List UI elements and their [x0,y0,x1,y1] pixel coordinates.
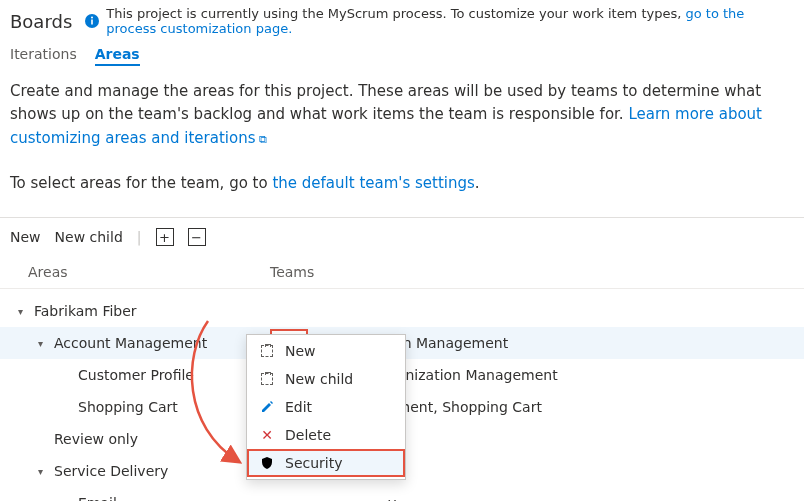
new-child-button[interactable]: New child [55,229,123,245]
tabs: Iterations Areas [0,40,804,76]
chevron-down-icon[interactable]: ▾ [38,338,50,349]
info-icon [84,13,100,29]
menu-item-security[interactable]: Security [247,449,405,477]
external-link-icon: ⧉ [255,133,267,146]
menu-label: Edit [285,399,312,415]
svg-rect-1 [91,20,93,25]
area-label: Customer Profile [78,367,194,383]
tree-row[interactable]: Email y [0,487,804,501]
menu-label: New child [285,371,353,387]
tree-row[interactable]: ▾ Fabrikam Fiber [0,295,804,327]
page-title: Boards [10,11,72,32]
chevron-spacer [38,434,50,445]
teams-cell-text: y [388,495,396,501]
teams-cell-text: ement, Shopping Cart [388,399,542,415]
shield-icon [259,455,275,471]
chevron-spacer [62,370,74,381]
expand-all-button[interactable]: + [156,228,174,246]
collapse-all-button[interactable]: − [188,228,206,246]
area-label: Fabrikam Fiber [34,303,137,319]
menu-label: Delete [285,427,331,443]
toolbar: New New child | + − [10,218,794,256]
svg-point-2 [91,17,93,19]
menu-label: New [285,343,316,359]
menu-item-new-child[interactable]: New child [247,365,405,393]
menu-item-new[interactable]: New [247,337,405,365]
new-button[interactable]: New [10,229,41,245]
menu-item-edit[interactable]: Edit [247,393,405,421]
column-teams: Teams [270,264,794,280]
toolbar-separator: | [137,229,142,245]
period: . [475,174,480,192]
pencil-icon [259,399,275,415]
info-text: This project is currently using the MySc… [106,6,685,21]
teams-cell-text: ganization Management [388,367,558,383]
grid-header: Areas Teams [0,256,804,289]
tab-areas[interactable]: Areas [95,46,140,66]
menu-label: Security [285,455,343,471]
tab-iterations[interactable]: Iterations [10,46,77,66]
area-label: Service Delivery [54,463,168,479]
new-child-icon [259,371,275,387]
area-label: Shopping Cart [78,399,178,415]
chevron-down-icon[interactable]: ▾ [18,306,30,317]
x-icon: ✕ [259,427,275,443]
chevron-spacer [62,402,74,413]
info-bar: This project is currently using the MySc… [84,6,794,36]
team-settings-link[interactable]: the default team's settings [272,174,474,192]
intro-line2: To select areas for the team, go to [10,174,272,192]
chevron-down-icon[interactable]: ▾ [38,466,50,477]
column-areas: Areas [10,264,270,280]
new-item-icon [259,343,275,359]
area-label: Email [78,495,117,501]
context-menu: New New child Edit ✕ Delete Security [246,334,406,480]
area-label: Account Management [54,335,207,351]
chevron-spacer [62,498,74,502]
menu-item-delete[interactable]: ✕ Delete [247,421,405,449]
area-label: Review only [54,431,138,447]
